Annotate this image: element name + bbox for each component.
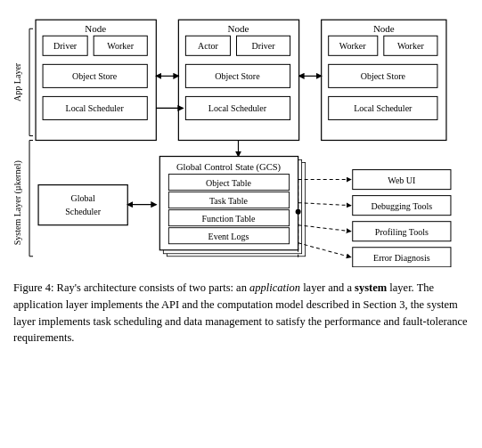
node1-label: Node xyxy=(85,23,106,34)
node1-object-store: Object Store xyxy=(72,71,118,81)
global-scheduler-label: Global xyxy=(71,193,95,203)
object-table: Object Table xyxy=(206,178,252,188)
node1-worker: Worker xyxy=(107,41,134,51)
gcs-label: Global Control State (GCS) xyxy=(176,162,282,173)
task-table: Task Table xyxy=(209,196,249,206)
app-layer-label: App Layer xyxy=(13,62,22,102)
global-scheduler-label2: Scheduler xyxy=(65,207,102,216)
node2-object-store: Object Store xyxy=(215,71,260,81)
svg-line-40 xyxy=(298,203,351,206)
system-layer-label: System Layer (µkernel) xyxy=(13,160,23,245)
function-table: Function Table xyxy=(201,214,256,224)
italic-application: applica­tion xyxy=(249,281,300,294)
svg-line-41 xyxy=(298,225,351,232)
bold-system: system xyxy=(355,281,387,294)
error-diagnosis-label: Error Diagnosis xyxy=(373,253,430,263)
node2-label: Node xyxy=(228,23,249,34)
architecture-diagram: App Layer System Layer (µkernel) Node Dr… xyxy=(13,9,469,267)
node3-worker1: Worker xyxy=(339,41,366,51)
node3-object-store: Object Store xyxy=(361,71,406,81)
node3-local-scheduler: Local Scheduler xyxy=(354,103,413,113)
node2-local-scheduler: Local Scheduler xyxy=(208,103,267,113)
event-logs: Event Logs xyxy=(208,232,249,241)
figure-caption: Figure 4: Ray's architecture consists of… xyxy=(13,280,469,346)
node2-driver: Driver xyxy=(251,41,275,51)
profiling-tools-label: Profiling Tools xyxy=(375,227,429,237)
node3-label: Node xyxy=(373,23,395,34)
figure-number: Figure 4: xyxy=(13,281,53,294)
node2-actor: Actor xyxy=(198,41,218,51)
node3-worker2: Worker xyxy=(397,41,424,51)
node1-local-scheduler: Local Scheduler xyxy=(66,103,125,113)
node1-driver: Driver xyxy=(53,41,78,51)
svg-line-42 xyxy=(298,243,351,257)
diagram-area: App Layer System Layer (µkernel) Node Dr… xyxy=(13,9,469,271)
svg-rect-33 xyxy=(38,185,127,225)
debugging-tools-label: Debugging Tools xyxy=(371,201,432,211)
web-ui-label: Web UI xyxy=(388,175,415,185)
